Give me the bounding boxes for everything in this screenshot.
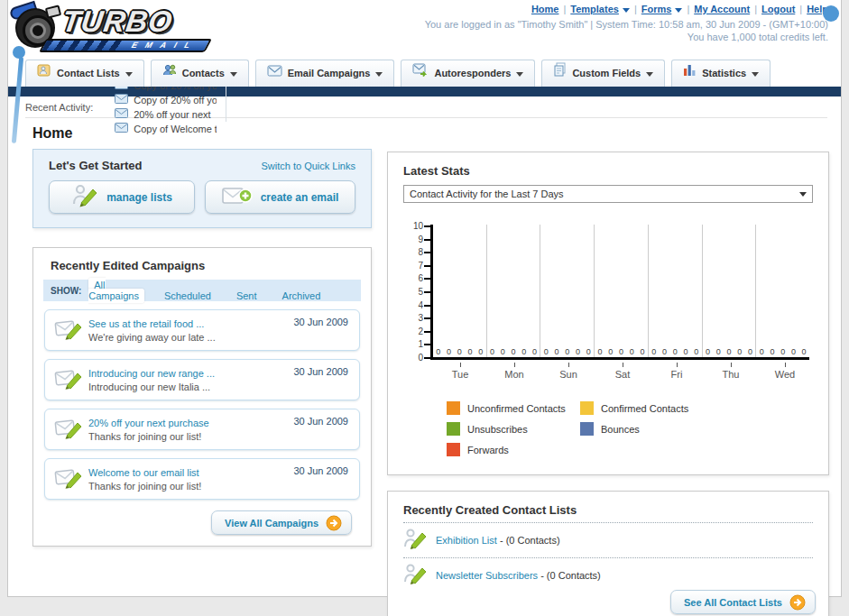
view-all-campaigns-button[interactable]: View All Campaigns [211, 510, 352, 535]
contact-list-items: Exhibition List - (0 Contacts)Newsletter… [403, 522, 813, 593]
see-all-contact-lists-button[interactable]: See All Contact Lists [670, 590, 816, 614]
decorative-dot-right [823, 5, 839, 22]
y-axis-tick [424, 265, 432, 267]
filter-scheduled[interactable]: Scheduled [159, 289, 217, 303]
x-axis-label: Thu [704, 369, 758, 380]
nav-tab-contact-lists[interactable]: Contact Lists [25, 60, 144, 87]
chart-day-column: 00000 [756, 225, 809, 357]
campaign-subtitle: Thanks for joining our list! [88, 481, 201, 492]
data-label: 0 [512, 347, 516, 356]
create-email-icon [222, 185, 261, 209]
y-axis-tick [424, 331, 432, 333]
data-label: 0 [532, 347, 537, 356]
latest-stats-title: Latest Stats [403, 164, 813, 178]
filter-sent[interactable]: Sent [231, 289, 263, 303]
header-link-templates[interactable]: Templates [570, 4, 619, 14]
logged-in-text: You are logged in as "Timothy Smith" | S… [425, 18, 828, 31]
data-label: 0 [673, 347, 678, 356]
recent-activity-items: Copy of 20% off yoCopy of 20% off yo20% … [106, 78, 226, 136]
data-label: 0 [640, 347, 644, 356]
data-labels: 00000 [649, 347, 702, 356]
campaign-row[interactable]: See us at the retail food ...We're givin… [44, 309, 360, 351]
switch-to-quick-links-link[interactable]: Switch to Quick Links [261, 161, 355, 171]
create-an-email-button[interactable]: create an email [205, 180, 355, 214]
recent-activity-item[interactable]: 20% off your next [106, 107, 226, 122]
legend-item-forwards: Forwards [447, 443, 580, 456]
y-axis-label: 2 [403, 326, 423, 336]
data-label: 0 [586, 347, 591, 356]
campaign-row[interactable]: Welcome to our email listThanks for join… [44, 458, 360, 500]
contact-list-row[interactable]: Newsletter Subscribers - (0 Contacts) [403, 557, 813, 593]
recently-edited-campaigns-panel: Recently Edited Campaigns SHOW: All Camp… [32, 247, 372, 547]
nav-tab-label: Email Campaigns [288, 68, 371, 78]
stats-period-value: Contact Activity for the Last 7 Days [410, 188, 564, 199]
header-link-my-account[interactable]: My Account [694, 4, 750, 14]
arrow-circle-icon [326, 515, 342, 531]
header-link-home[interactable]: Home [531, 4, 559, 14]
statistics-icon [683, 60, 697, 86]
chevron-down-icon [230, 72, 237, 77]
see-all-row: See All Contact Lists [670, 590, 816, 614]
campaign-edit-icon [54, 317, 88, 344]
data-label: 0 [501, 347, 505, 356]
campaign-edit-icon [54, 416, 88, 443]
turbo-email-logo[interactable]: TURBO EMAIL [12, 3, 228, 55]
contacts-icon [162, 60, 177, 86]
x-axis-tick [460, 363, 461, 367]
y-axis-tick [424, 317, 432, 319]
contact-lists-icon [37, 60, 51, 86]
data-label: 0 [770, 347, 774, 356]
header-link-logout[interactable]: Logout [761, 4, 795, 14]
contact-activity-chart: 0000000000000000000000000000000000001234… [403, 225, 813, 389]
contact-list-row[interactable]: Exhibition List - (0 Contacts) [403, 522, 813, 557]
activity-item-label: Copy of 20% off yo [134, 95, 217, 106]
x-axis-label: Sun [541, 369, 595, 380]
legend-item-unsubscribes: Unsubscribes [447, 422, 580, 436]
data-label: 0 [598, 347, 603, 356]
nav-tab-label: Contact Lists [57, 68, 120, 78]
link-separator: | [754, 4, 757, 14]
email-icon [115, 108, 128, 120]
nav-tab-autoresponders[interactable]: Autoresponders [401, 60, 535, 87]
contact-list-link[interactable]: Newsletter Subscribers [436, 570, 538, 581]
show-label: SHOW: [51, 286, 81, 296]
x-axis-tick [677, 363, 678, 367]
data-label: 0 [468, 347, 473, 356]
data-label: 0 [576, 347, 580, 356]
email-icon [115, 123, 128, 134]
campaign-row[interactable]: 20% off your next purchaseThanks for joi… [44, 409, 360, 450]
data-label: 0 [737, 347, 742, 356]
contact-list-count: - (0 Contacts) [538, 570, 601, 581]
campaign-row[interactable]: Introducing our new range ...Introducing… [44, 359, 360, 400]
contact-list-link[interactable]: Exhibition List [436, 535, 497, 546]
header-link-forms[interactable]: Forms [641, 4, 672, 14]
x-axis-tick [623, 363, 623, 367]
logo-text-turbo: TURBO [60, 5, 175, 39]
data-label: 0 [436, 347, 440, 356]
campaign-subtitle: Introducing our new Italia ... [88, 382, 210, 392]
filter-archived[interactable]: Archived [277, 289, 327, 303]
manage-lists-icon [71, 184, 106, 210]
y-axis-label: 6 [403, 273, 423, 283]
nav-tab-contacts[interactable]: Contacts [151, 60, 249, 87]
stats-period-select[interactable]: Contact Activity for the Last 7 Days [403, 185, 813, 203]
y-axis-label: 7 [403, 261, 423, 271]
latest-stats-panel: Latest Stats Contact Activity for the La… [387, 152, 829, 475]
link-separator: | [799, 4, 802, 14]
recent-activity-item[interactable]: Copy of 20% off yo [106, 93, 226, 107]
activity-item-label: 20% off your next [134, 109, 210, 120]
recent-activity-item[interactable]: Copy of Welcome to [106, 122, 226, 136]
nav-tab-email-campaigns[interactable]: Email Campaigns [255, 60, 395, 87]
data-label: 0 [694, 347, 698, 356]
x-axis-label: Fri [650, 369, 704, 380]
y-axis-tick [424, 252, 432, 253]
nav-tab-custom-fields[interactable]: Custom Fields [541, 60, 665, 87]
y-axis-label: 10 [403, 221, 423, 231]
filter-all-campaigns[interactable]: All Campaigns [88, 278, 144, 303]
view-all-row: View All Campaigns [43, 510, 361, 535]
campaign-date: 30 Jun 2009 [293, 416, 348, 427]
data-label: 0 [457, 347, 462, 356]
manage-lists-button[interactable]: manage lists [49, 180, 195, 214]
nav-tab-statistics[interactable]: Statistics [671, 60, 771, 87]
data-labels: 00000 [433, 347, 486, 356]
